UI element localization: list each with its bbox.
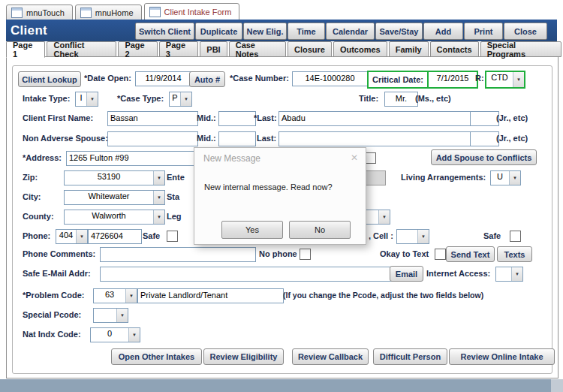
page-tab-bar: Page 1 Conflict Check Page 2 Page 3 PBI … xyxy=(6,43,563,57)
print-button[interactable]: Print xyxy=(464,23,503,40)
no-phone-checkbox[interactable] xyxy=(300,249,311,260)
problem-note: (If you change the Pcode, adjust the two… xyxy=(283,288,483,302)
case-type-value: P xyxy=(170,92,180,106)
tab-label: mnuTouch xyxy=(26,8,65,17)
review-eligibility-button[interactable]: Review Eligibility xyxy=(203,348,284,365)
r-value: CTD xyxy=(486,72,513,87)
spouse-input[interactable] xyxy=(107,131,198,146)
city-combo[interactable]: Whitewater▼ xyxy=(64,190,165,205)
phone-safe-checkbox[interactable] xyxy=(167,231,178,242)
chevron-down-icon: ▼ xyxy=(128,328,140,342)
problem-desc-input[interactable]: Private Landlord/Tenant xyxy=(137,288,284,303)
tab-conflict-check[interactable]: Conflict Check xyxy=(47,41,116,57)
r-combo[interactable]: CTD▼ xyxy=(485,71,525,89)
review-online-intake-button[interactable]: Review Online Intake xyxy=(449,348,555,365)
internet-access-label: Internet Access: xyxy=(426,267,490,280)
chevron-down-icon: ▼ xyxy=(76,230,87,243)
resize-corner xyxy=(551,379,563,392)
chevron-down-icon: ▼ xyxy=(116,309,128,322)
difficult-person-button[interactable]: Difficult Person xyxy=(373,348,447,365)
texts-button[interactable]: Texts xyxy=(497,246,532,262)
review-callback-button[interactable]: Review Callback xyxy=(292,348,369,365)
open-other-intakes-button[interactable]: Open Other Intakes xyxy=(111,348,202,365)
cell-safe-label: Safe xyxy=(483,229,501,243)
tab-closure[interactable]: Closure xyxy=(288,41,332,57)
critical-date-input[interactable]: 7/1/2015 xyxy=(427,71,478,89)
tab-mnutouch[interactable]: mnuTouch xyxy=(6,5,73,21)
last-name-input[interactable]: Abadu xyxy=(278,111,473,126)
phone-area-combo[interactable]: 404▼ xyxy=(56,229,88,244)
case-type-label: *Case Type: xyxy=(117,92,164,105)
tab-case-notes[interactable]: Case Notes xyxy=(229,41,286,57)
case-number-input[interactable]: 14E-1000280 xyxy=(292,71,368,86)
chevron-down-icon: ▼ xyxy=(86,92,98,106)
title-hint: (Ms., etc) xyxy=(415,92,451,105)
phone-comments-input[interactable] xyxy=(100,247,256,262)
tab-page-1[interactable]: Page 1 xyxy=(6,41,45,58)
chevron-down-icon: ▼ xyxy=(180,92,191,106)
spouse-label: Non Adverse Spouse: xyxy=(23,131,108,145)
add-spouse-conflicts-button[interactable]: Add Spouse to Conflicts xyxy=(431,149,537,165)
mid-input[interactable] xyxy=(218,111,256,126)
yes-button[interactable]: Yes xyxy=(221,221,283,239)
tab-page-2[interactable]: Page 2 xyxy=(118,41,157,57)
county-combo[interactable]: Walworth▼ xyxy=(64,210,165,225)
tab-client-intake-form[interactable]: Client Intake Form xyxy=(144,3,240,21)
title-input[interactable]: Mr. xyxy=(384,92,418,107)
phone-safe-label: Safe xyxy=(143,229,160,243)
new-elig-button[interactable]: New Elig. xyxy=(243,23,287,40)
email-button[interactable]: Email xyxy=(390,266,423,282)
first-name-input[interactable]: Bassan xyxy=(107,111,198,126)
zip-value: 53190 xyxy=(65,171,153,185)
internet-access-combo[interactable]: ▼ xyxy=(495,267,523,282)
close-icon[interactable]: ✕ xyxy=(351,152,358,163)
tab-pbi[interactable]: PBI xyxy=(200,41,227,57)
city-value: Whitewater xyxy=(65,191,153,204)
city-fragment-label: Sta xyxy=(167,190,179,204)
suffix-hint: (Jr., etc) xyxy=(496,111,528,125)
tab-contacts[interactable]: Contacts xyxy=(430,41,479,57)
safe-email-input[interactable] xyxy=(100,267,392,282)
add-button[interactable]: Add xyxy=(423,23,463,40)
auto-number-button[interactable]: Auto # xyxy=(189,71,225,87)
calendar-button[interactable]: Calendar xyxy=(326,23,375,40)
switch-client-button[interactable]: Switch Client xyxy=(135,23,194,40)
spouse-suffix-input[interactable] xyxy=(470,131,499,146)
problem-code-combo[interactable]: 63▼ xyxy=(93,288,137,303)
no-phone-label: No phone xyxy=(259,247,297,261)
cell-safe-checkbox[interactable] xyxy=(510,231,521,242)
special-pcode-combo[interactable]: ▼ xyxy=(93,308,128,323)
cell-combo[interactable]: ▼ xyxy=(396,229,429,244)
chevron-down-icon: ▼ xyxy=(125,289,137,303)
tab-mnuhome[interactable]: mnuHome xyxy=(75,5,142,21)
date-open-input[interactable]: 11/9/2014 xyxy=(135,71,191,86)
duplicate-button[interactable]: Duplicate xyxy=(195,23,242,40)
suffix-input[interactable] xyxy=(470,111,499,126)
address-checkbox[interactable] xyxy=(365,152,376,164)
phone-number-input[interactable]: 4726604 xyxy=(88,229,142,244)
living-arrangements-combo[interactable]: U▼ xyxy=(490,170,521,185)
nat-indx-combo[interactable]: 0▼ xyxy=(90,327,140,342)
form-icon xyxy=(11,8,23,18)
close-button[interactable]: Close xyxy=(504,23,547,40)
case-type-combo[interactable]: P▼ xyxy=(169,92,192,107)
send-text-button[interactable]: Send Text xyxy=(446,246,495,262)
zip-combo[interactable]: 53190▼ xyxy=(64,170,165,185)
tab-outcomes[interactable]: Outcomes xyxy=(333,41,387,57)
okay-to-text-checkbox[interactable] xyxy=(435,249,446,260)
time-button[interactable]: Time xyxy=(288,23,325,40)
tab-family[interactable]: Family xyxy=(389,41,429,57)
spouse-last-input[interactable] xyxy=(278,131,473,146)
intake-type-label: Intake Type: xyxy=(23,92,70,105)
client-lookup-button[interactable]: Client Lookup xyxy=(18,71,81,87)
last-label: *Last: xyxy=(254,111,277,125)
tab-page-3[interactable]: Page 3 xyxy=(159,41,198,57)
intake-type-combo[interactable]: I▼ xyxy=(75,92,98,107)
safe-email-label: Safe E-Mail Addr: xyxy=(23,267,91,280)
problem-code-label: *Problem Code: xyxy=(23,288,85,302)
spouse-mid-input[interactable] xyxy=(218,131,256,146)
cell-label: Cell : xyxy=(373,229,393,243)
no-button[interactable]: No xyxy=(289,221,351,239)
save-stay-button[interactable]: Save/Stay xyxy=(375,23,423,40)
tab-special-programs[interactable]: Special Programs xyxy=(480,41,561,57)
